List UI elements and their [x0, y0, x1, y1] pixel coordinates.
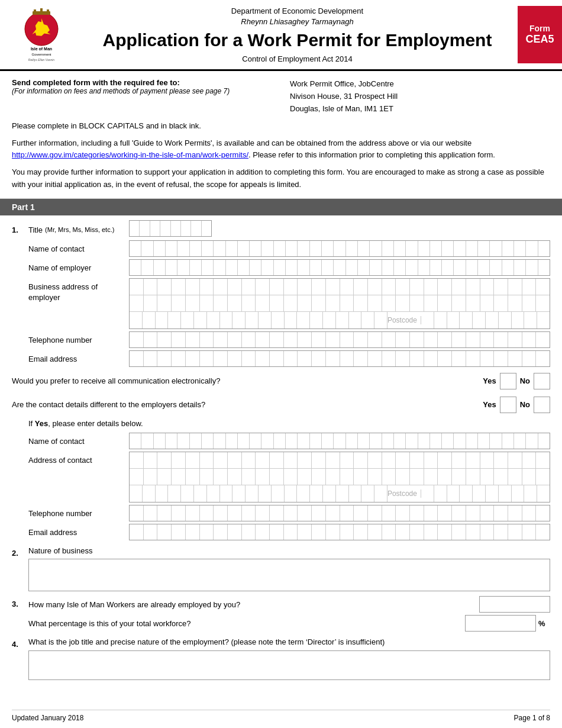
- page-footer: Updated January 2018 Page 1 of 8: [12, 710, 550, 722]
- addr-postcode-row[interactable]: Postcode: [130, 312, 550, 328]
- address-contact-row: Address of contact: [12, 452, 550, 502]
- name-contact2-row: Name of contact: [12, 433, 550, 449]
- info-left: Send completed form with the required fe…: [12, 78, 272, 115]
- title-cell[interactable]: [181, 221, 191, 236]
- title-cell[interactable]: [171, 221, 181, 236]
- q3a-input[interactable]: [479, 596, 550, 613]
- title-area: Department of Economic Development Rheyn…: [77, 6, 518, 63]
- telephone-row: Telephone number: [12, 331, 550, 348]
- name-contact2-input-area: [129, 433, 550, 449]
- q2-content: Nature of business: [28, 545, 550, 592]
- postcode-label: Postcode: [387, 316, 421, 324]
- business-address-row: Business address of employer: [12, 278, 550, 329]
- name-contact-row: Name of contact: [12, 240, 550, 257]
- q2-textarea[interactable]: [28, 559, 550, 591]
- q1-row: 1. Title (Mr, Mrs, Ms, Miss, etc.): [12, 220, 550, 237]
- email-label: Email address: [28, 350, 129, 365]
- yn-row-2: Are the contact details different to the…: [12, 394, 550, 415]
- header: Isle of Man Government Reiltys Ellan Van…: [0, 0, 562, 71]
- telephone2-row: Telephone number: [12, 505, 550, 521]
- q4-content: What is the job title and precise nature…: [28, 636, 550, 680]
- spacer3: [12, 278, 28, 282]
- yn-q2-options: Yes No: [483, 397, 550, 413]
- contact-address-box[interactable]: Postcode: [129, 452, 550, 502]
- business-address-label: Business address of employer: [28, 278, 129, 303]
- further-info-link[interactable]: http://www.gov.im/categories/working-in-…: [12, 150, 248, 159]
- form-body: 1. Title (Mr, Mrs, Ms, Miss, etc.): [0, 215, 562, 688]
- send-italic: (For information on fees and methods of …: [12, 87, 272, 95]
- send-address-line1: Work Permit Office, JobCentre: [290, 78, 550, 91]
- title-cell[interactable]: [140, 221, 150, 236]
- contact-addr-row-1[interactable]: [130, 452, 550, 469]
- contact-postcode-row[interactable]: Postcode: [130, 485, 550, 502]
- spacer5: [12, 350, 28, 354]
- name-contact-input-area: [129, 240, 550, 257]
- yn-row-1: Would you prefer to receive all communic…: [12, 371, 550, 392]
- addr-row-1[interactable]: [130, 279, 550, 295]
- page: Isle of Man Government Reiltys Ellan Van…: [0, 0, 562, 728]
- main-title: Application for a Work Permit for Employ…: [103, 30, 492, 51]
- form-label-box: Form CEA5: [518, 6, 562, 63]
- telephone-input-area: [129, 331, 550, 348]
- yn-q1-yes-label: Yes: [483, 376, 496, 385]
- q1-title-text: Title: [28, 225, 43, 236]
- svg-point-1: [38, 26, 44, 32]
- email2-label: Email address: [28, 524, 129, 538]
- yn-q2-yes-label: Yes: [483, 400, 496, 409]
- block-caps-text: Please complete in BLOCK CAPITALS and in…: [12, 120, 550, 133]
- svg-rect-4: [40, 8, 43, 11]
- yn-q1-no-box[interactable]: [534, 373, 550, 389]
- send-address-line3: Douglas, Isle of Man, IM1 1ET: [290, 103, 550, 115]
- footer-page: Page 1 of 8: [514, 714, 550, 722]
- title-cell[interactable]: [191, 221, 201, 236]
- title-cell[interactable]: [150, 221, 160, 236]
- if-yes-text: If Yes, please enter details below.: [28, 419, 550, 428]
- title-input[interactable]: [129, 220, 212, 237]
- send-address-line2: Nivison House, 31 Prospect Hill: [290, 91, 550, 103]
- send-label: Send completed form with the required fe…: [12, 78, 272, 87]
- svg-text:Isle of Man: Isle of Man: [31, 47, 52, 51]
- q4-row: 4. What is the job title and precise nat…: [12, 636, 550, 680]
- svg-rect-3: [34, 9, 36, 12]
- spacer7: [12, 452, 28, 455]
- yn-q1-yes-box[interactable]: [500, 373, 516, 389]
- footer-updated: Updated January 2018: [12, 714, 83, 722]
- q4-textarea[interactable]: [28, 650, 550, 680]
- q2-row: 2. Nature of business: [12, 545, 550, 592]
- email-input[interactable]: [129, 350, 550, 367]
- q3b-row: What percentage is this of your total wo…: [28, 615, 550, 632]
- q3a-row: How many Isle of Man Workers are already…: [28, 596, 550, 613]
- telephone2-input[interactable]: [129, 505, 550, 521]
- name-contact2-input[interactable]: [129, 433, 550, 449]
- spacer9: [12, 524, 28, 527]
- further-info-text: Further information, including a full 'G…: [12, 137, 550, 162]
- email2-input[interactable]: [129, 524, 550, 540]
- spacer4: [12, 331, 28, 335]
- title-cell[interactable]: [202, 221, 211, 236]
- q3b-label: What percentage is this of your total wo…: [28, 619, 465, 628]
- title-cell[interactable]: [160, 221, 170, 236]
- q3-number: 3.: [12, 596, 28, 608]
- q4-label: What is the job title and precise nature…: [28, 636, 550, 648]
- form-code: CEA5: [525, 33, 554, 46]
- name-contact-label: Name of contact: [28, 240, 129, 255]
- info-row: Send completed form with the required fe…: [12, 78, 550, 115]
- email2-row: Email address: [12, 524, 550, 540]
- contact-addr-row-2[interactable]: [130, 469, 550, 485]
- svg-text:Government: Government: [31, 53, 51, 56]
- q2-number: 2.: [12, 545, 28, 558]
- yn-q2-text: Are the contact details different to the…: [12, 400, 483, 409]
- email-row: Email address: [12, 350, 550, 367]
- q3b-input[interactable]: [465, 615, 536, 632]
- yn-q2-yes-box[interactable]: [500, 397, 516, 413]
- addr-row-2[interactable]: [130, 295, 550, 312]
- telephone-input[interactable]: [129, 331, 550, 348]
- q2-label: Nature of business: [28, 545, 550, 557]
- info-right: Work Permit Office, JobCentre Nivison Ho…: [290, 78, 550, 115]
- title-cell[interactable]: [130, 221, 140, 236]
- business-address-box[interactable]: Postcode: [129, 278, 550, 329]
- name-employer-input[interactable]: [129, 259, 550, 276]
- q1-input-area: [129, 220, 212, 237]
- name-contact-input[interactable]: [129, 240, 550, 257]
- yn-q2-no-box[interactable]: [534, 397, 550, 413]
